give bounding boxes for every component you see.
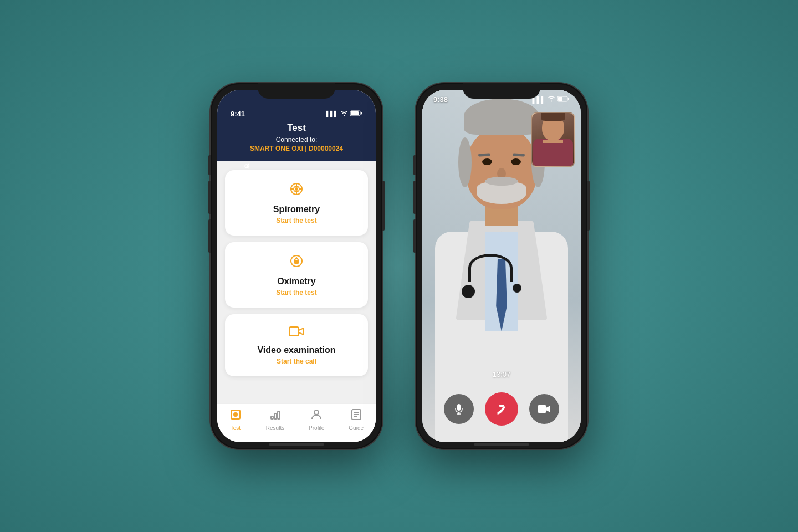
call-controls	[422, 392, 581, 426]
self-view-preview	[531, 112, 575, 167]
call-timer: 13:07	[493, 370, 511, 378]
phones-container: 9:41 ▌▌▌	[211, 83, 587, 449]
video-exam-title: Video examination	[257, 345, 335, 355]
left-phone: 9:41 ▌▌▌	[211, 83, 382, 449]
wifi-icon	[340, 110, 348, 118]
phone-notch-right	[463, 83, 540, 99]
video-exam-card[interactable]: Video examination Start the call	[225, 314, 368, 376]
oximetry-card[interactable]: Oximetry Start the test	[225, 242, 368, 308]
mute-button[interactable]	[444, 394, 474, 424]
video-exam-subtitle: Start the call	[277, 357, 316, 365]
device-name: SMART ONE OXI | D00000024	[228, 145, 365, 152]
oximetry-subtitle: Start the test	[276, 289, 316, 296]
mute-button-right	[413, 155, 416, 175]
spirometry-title: Spirometry	[273, 204, 320, 214]
right-phone: 9:38 ▌▌▌	[416, 83, 587, 449]
svg-rect-18	[278, 411, 280, 419]
oximetry-title: Oximetry	[277, 277, 315, 287]
power-button-right	[587, 181, 590, 231]
bottom-navigation: Test Results	[217, 403, 376, 442]
home-indicator-right	[474, 443, 529, 446]
spirometry-subtitle: Start the test	[276, 217, 316, 224]
mute-button-left	[208, 155, 211, 175]
test-nav-icon	[229, 408, 242, 423]
connected-label: Connected to:	[228, 136, 365, 144]
status-time: 9:41	[231, 110, 245, 118]
nav-profile[interactable]: Profile	[309, 408, 324, 431]
app-title: Test	[228, 122, 365, 134]
status-time-right: 9:38	[433, 95, 448, 104]
video-call-screen: 9:38 ▌▌▌	[422, 90, 581, 442]
svg-point-10	[295, 188, 298, 190]
phone-notch-left	[258, 83, 335, 99]
svg-rect-1	[351, 111, 359, 115]
battery-icon-right	[557, 96, 570, 103]
svg-rect-16	[271, 416, 273, 419]
svg-rect-26	[568, 98, 569, 100]
svg-rect-13	[289, 327, 299, 336]
svg-rect-2	[361, 112, 362, 115]
profile-nav-icon	[310, 408, 323, 423]
home-indicator-left	[269, 443, 324, 446]
left-phone-screen: 9:41 ▌▌▌	[217, 90, 376, 442]
test-nav-label: Test	[231, 425, 241, 431]
nav-results[interactable]: Results	[266, 408, 284, 431]
right-phone-screen: 9:38 ▌▌▌	[422, 90, 581, 442]
volume-down-right	[413, 219, 416, 253]
volume-down-left	[208, 219, 211, 253]
svg-point-19	[314, 410, 319, 415]
video-icon	[289, 325, 304, 341]
status-bar: 9:41 ▌▌▌	[228, 110, 365, 118]
results-nav-icon	[269, 408, 282, 423]
spirometry-icon	[289, 181, 304, 200]
power-button-left	[382, 181, 385, 231]
svg-rect-17	[274, 413, 277, 419]
guide-nav-icon	[350, 408, 362, 423]
volume-up-left	[208, 181, 211, 214]
signal-icon: ▌▌▌	[326, 111, 338, 117]
svg-point-12	[295, 261, 298, 263]
svg-point-15	[234, 413, 237, 416]
oximetry-icon	[289, 253, 304, 272]
svg-rect-29	[538, 405, 546, 413]
nav-test[interactable]: Test	[229, 408, 242, 431]
svg-rect-25	[558, 97, 562, 101]
sound-icon	[242, 161, 252, 174]
left-app: 9:41 ▌▌▌	[217, 90, 376, 442]
status-icons-right: ▌▌▌	[533, 96, 570, 103]
end-call-button[interactable]	[485, 392, 518, 426]
profile-nav-label: Profile	[309, 425, 324, 431]
app-header: 9:41 ▌▌▌	[217, 90, 376, 161]
nav-guide[interactable]: Guide	[349, 408, 364, 431]
battery-icon	[350, 110, 362, 117]
spirometry-card[interactable]: Spirometry Start the test	[225, 170, 368, 236]
volume-up-right	[413, 181, 416, 214]
test-cards-area: Spirometry Start the test Oximetry	[217, 161, 376, 403]
status-icons: ▌▌▌	[326, 110, 362, 118]
video-toggle-button[interactable]	[529, 394, 559, 424]
wifi-icon-right	[548, 96, 555, 103]
guide-nav-label: Guide	[349, 425, 364, 431]
results-nav-label: Results	[266, 425, 284, 431]
